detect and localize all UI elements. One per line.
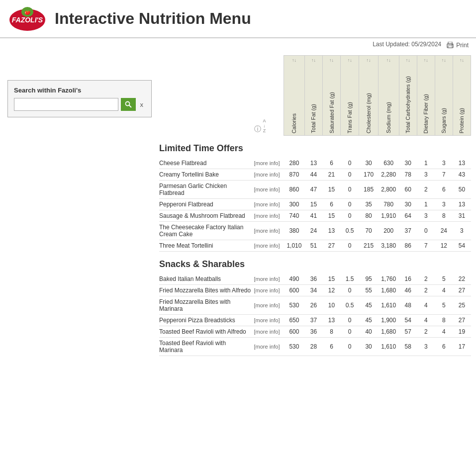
info-sort-controls[interactable]: ⓘ A ↓ Z [254,119,282,134]
protein-value: 54 [453,240,471,252]
trans-fat-value: 0 [341,210,359,222]
sugars-value: 3 [435,199,453,210]
sugars-value: 5 [435,296,453,315]
more-info-link[interactable]: [more info] [253,296,284,315]
protein-value: 13 [453,158,471,169]
sat-fat-value: 10 [322,296,340,315]
more-info-link[interactable]: [more info] [253,169,284,181]
more-info-link[interactable]: [more info] [253,273,284,285]
more-info-link[interactable]: [more info] [253,199,284,210]
protein-value: 22 [453,273,471,285]
total-carbs-value: 30 [399,199,417,210]
col-saturated-fat[interactable]: ↑↓ Saturated Fat (g) [322,56,340,136]
col-dietary-fiber[interactable]: ↑↓ Dietary Fiber (g) [417,56,435,136]
fazolis-logo: FAZOLI'S 🍅 [7,5,47,32]
cholesterol-value: 55 [359,285,378,296]
sodium-value: 2,280 [378,169,399,181]
cholesterol-value: 45 [359,296,378,315]
search-box: Search within Fazoli's x [7,80,152,117]
protein-value: 17 [453,338,471,356]
page-title: Interactive Nutrition Menu [55,9,251,28]
total-fat-value: 36 [304,273,322,285]
sugars-value: 7 [435,169,453,181]
total-fat-value: 47 [304,181,322,199]
more-info-link[interactable]: [more info] [253,326,284,338]
col-total-carbs[interactable]: ↑↓ Total Carbohydrates (g) [399,56,417,136]
dietary-fiber-value: 0 [417,222,435,240]
more-info-link[interactable]: [more info] [253,285,284,296]
trans-fat-value: 0.5 [341,222,359,240]
sat-fat-value: 13 [322,222,340,240]
dietary-fiber-value: 2 [417,326,435,338]
item-name: Baked Italian Meatballs [159,273,253,285]
sugars-value: 4 [435,285,453,296]
more-info-link[interactable]: [more info] [253,338,284,356]
calories-value: 530 [284,338,304,356]
dietary-fiber-value: 3 [417,169,435,181]
more-info-link[interactable]: [more info] [253,158,284,169]
table-row: Fried Mozzarella Bites with Marinara[mor… [159,296,471,315]
svg-rect-7 [452,45,453,46]
total-fat-value: 51 [304,240,322,252]
right-panel: ⓘ A ↓ Z ↑↓ Calories ↑↓ [159,55,476,356]
col-calories[interactable]: ↑↓ Calories [284,56,304,136]
protein-value: 13 [453,199,471,210]
more-info-link[interactable]: [more info] [253,315,284,326]
protein-value: 50 [453,181,471,199]
dietary-fiber-value: 2 [417,285,435,296]
calories-value: 860 [284,181,304,199]
trans-fat-value: 0 [341,326,359,338]
more-info-link[interactable]: [more info] [253,222,284,240]
cholesterol-value: 30 [359,338,378,356]
total-carbs-value: 30 [399,158,417,169]
print-button[interactable]: Print [446,42,469,49]
protein-value: 27 [453,315,471,326]
col-sodium[interactable]: ↑↓ Sodium (mg) [378,56,399,136]
print-label: Print [456,42,469,49]
protein-value: 43 [453,169,471,181]
col-protein[interactable]: ↑↓ Protein (g) [453,56,471,136]
total-carbs-value: 60 [399,181,417,199]
protein-value: 3 [453,222,471,240]
section-title: Limited Time Offers [159,136,471,158]
svg-text:🍅: 🍅 [24,9,31,15]
col-total-fat[interactable]: ↑↓ Total Fat (g) [304,56,322,136]
info-icon[interactable]: ⓘ [254,125,261,134]
trans-fat-value: 0.5 [341,296,359,315]
table-row: Cheese Flatbread[more info]2801360306303… [159,158,471,169]
more-info-link[interactable]: [more info] [253,240,284,252]
trans-fat-value: 0 [341,240,359,252]
sugars-value: 24 [435,222,453,240]
table-row: Baked Italian Meatballs[more info]490361… [159,273,471,285]
more-info-link[interactable]: [more info] [253,210,284,222]
calories-value: 490 [284,273,304,285]
dietary-fiber-value: 1 [417,199,435,210]
search-clear-button[interactable]: x [138,100,146,109]
sugars-value: 8 [435,315,453,326]
item-name: Cheese Flatbread [159,158,253,169]
total-carbs-value: 16 [399,273,417,285]
az-sort[interactable]: A ↓ Z [263,119,266,134]
last-updated-label: Last Updated: [373,41,410,48]
sodium-value: 630 [378,158,399,169]
sodium-value: 1,760 [378,273,399,285]
search-input[interactable] [14,98,118,111]
table-row: Fried Mozzarella Bites with Alfredo[more… [159,285,471,296]
more-info-link[interactable]: [more info] [253,181,284,199]
sugars-value: 6 [435,338,453,356]
sodium-value: 1,680 [378,285,399,296]
col-sugars[interactable]: ↑↓ Sugars (g) [435,56,453,136]
sodium-value: 2,800 [378,181,399,199]
sat-fat-value: 12 [322,285,340,296]
header: FAZOLI'S 🍅 Interactive Nutrition Menu [0,0,476,38]
total-carbs-value: 57 [399,326,417,338]
sat-fat-value: 6 [322,338,340,356]
sodium-value: 1,900 [378,315,399,326]
calories-value: 530 [284,296,304,315]
search-button[interactable] [121,98,136,111]
col-cholesterol[interactable]: ↑↓ Cholesterol (mg) [359,56,378,136]
total-fat-value: 15 [304,199,322,210]
table-row: Parmesan Garlic Chicken Flatbread[more i… [159,181,471,199]
total-fat-value: 41 [304,210,322,222]
col-trans-fat[interactable]: ↑↓ Trans Fat (g) [341,56,359,136]
